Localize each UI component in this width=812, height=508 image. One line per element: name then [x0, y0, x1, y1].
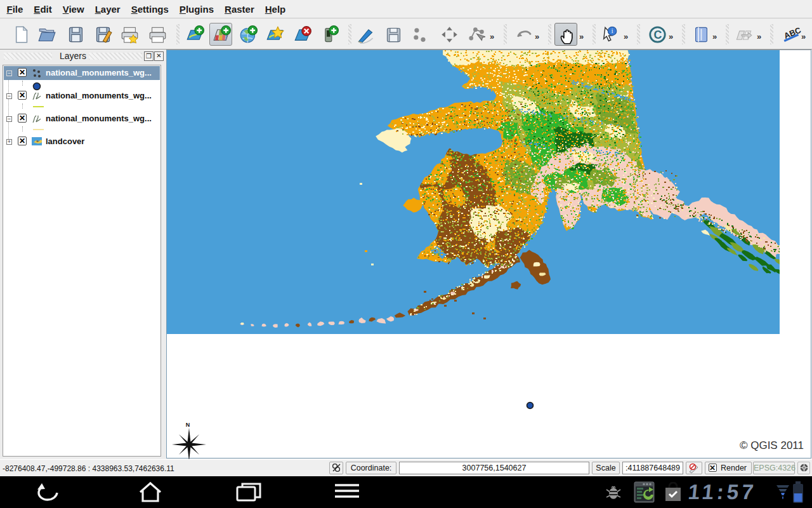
- svg-text:C: C: [654, 29, 662, 41]
- svg-text:i: i: [612, 27, 613, 34]
- svg-text:N: N: [186, 422, 190, 428]
